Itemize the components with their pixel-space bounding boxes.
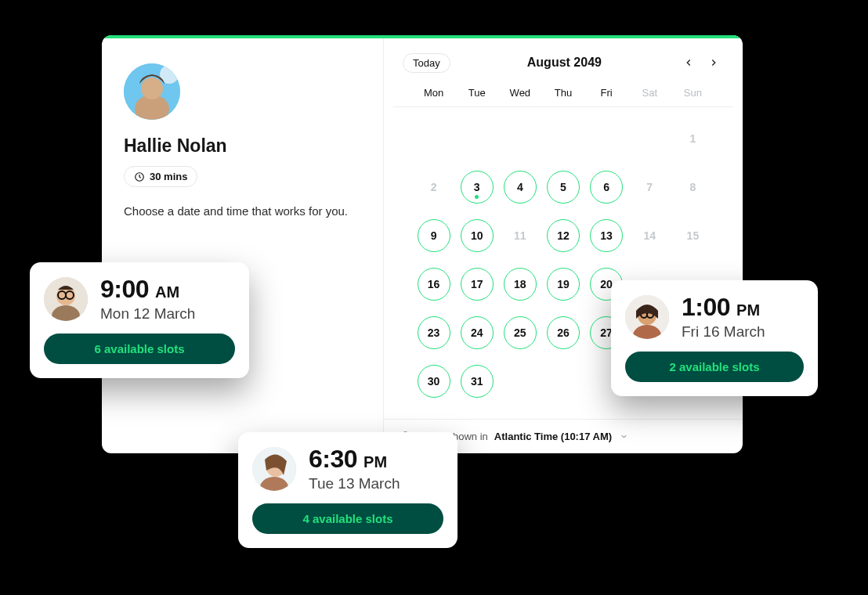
slot-time: 1:00 [682,293,730,322]
available-slots-button[interactable]: 4 available slots [252,503,443,534]
calendar-day-disabled: 14 [633,219,666,252]
calendar-day-available[interactable]: 25 [504,316,537,349]
slot-card: 9:00 AM Mon 12 March 6 available slots [30,262,249,378]
slot-time: 9:00 [100,275,149,304]
today-button[interactable]: Today [403,53,450,73]
slot-ampm: PM [363,453,387,471]
slot-date: Tue 13 March [309,475,400,492]
slot-ampm: PM [736,301,760,319]
host-name: Hallie Nolan [124,135,361,157]
calendar-day-available[interactable]: 16 [418,268,450,301]
dow-label: Sat [628,87,671,99]
chevron-down-icon [620,432,628,441]
calendar-day-available[interactable]: 23 [418,316,450,349]
calendar-day-disabled: 15 [676,219,709,252]
slot-date: Mon 12 March [100,305,195,323]
chevron-left-icon [683,57,694,68]
slot-card: 1:00 PM Fri 16 March 2 available slots [611,280,818,396]
calendar-day-available[interactable]: 19 [547,268,580,301]
calendar-day-disabled: 7 [633,171,666,204]
dow-label: Sun [671,87,714,99]
instruction-text: Choose a date and time that works for yo… [124,204,361,218]
calendar-day-available[interactable]: 3 [461,171,494,204]
calendar-day-available[interactable]: 26 [547,316,580,349]
calendar-day-available[interactable]: 12 [547,219,580,252]
calendar-day-available[interactable]: 10 [461,219,494,252]
avatar [625,295,669,339]
calendar-day-available[interactable]: 5 [547,171,580,204]
host-avatar [124,63,180,120]
dow-label: Tue [455,87,498,99]
calendar-day-available[interactable]: 4 [504,171,537,204]
timezone-label: Atlantic Time (10:17 AM) [494,431,612,442]
host-panel: Hallie Nolan 30 mins Choose a date and t… [102,35,384,453]
day-of-week-header: MonTueWedThuFriSatSun [412,87,714,106]
calendar-day-available[interactable]: 9 [418,219,450,252]
dow-label: Wed [498,87,541,99]
calendar-day-available[interactable]: 17 [461,268,494,301]
calendar-day-disabled: 1 [676,122,709,155]
clock-icon [134,171,145,182]
chevron-right-icon [708,57,719,68]
calendar-day-disabled: 11 [504,219,537,252]
slot-card: 6:30 PM Tue 13 March 4 available slots [238,432,458,548]
svg-point-3 [141,78,163,99]
duration-chip: 30 mins [124,166,197,187]
calendar-day-disabled: 2 [418,171,450,204]
dow-label: Thu [541,87,584,99]
slot-date: Fri 16 March [682,323,765,341]
calendar-day-available[interactable]: 18 [504,268,537,301]
dow-label: Fri [585,87,628,99]
duration-label: 30 mins [150,171,187,182]
calendar-day-available[interactable]: 31 [461,365,494,398]
slot-time: 6:30 [309,445,357,474]
dow-label: Mon [412,87,455,99]
month-label: August 2049 [460,56,669,70]
calendar-day-available[interactable]: 6 [590,171,623,204]
calendar-day-disabled: 8 [676,171,709,204]
next-month-button[interactable] [703,52,724,73]
available-slots-button[interactable]: 6 available slots [44,334,235,364]
available-slots-button[interactable]: 2 available slots [625,352,804,382]
calendar-day-available[interactable]: 30 [418,365,450,398]
slot-ampm: AM [155,283,179,301]
avatar [44,277,88,321]
prev-month-button[interactable] [678,52,699,73]
calendar-day-available[interactable]: 13 [590,219,623,252]
calendar-day-available[interactable]: 24 [461,316,494,349]
today-indicator-dot [475,195,479,199]
avatar [252,447,296,491]
